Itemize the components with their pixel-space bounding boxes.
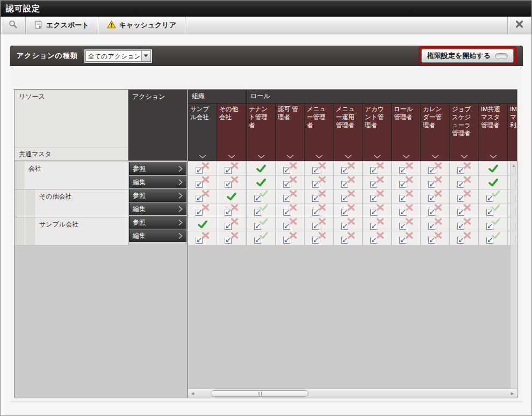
column-header[interactable]: メニュー管理者 — [305, 104, 333, 161]
content-panel: アクションの種類 全てのアクション 権限設定を開始する リソース アク — [10, 46, 523, 402]
permission-cell[interactable] — [450, 176, 479, 189]
permission-cell[interactable] — [276, 203, 305, 217]
start-permission-button[interactable]: 権限設定を開始する — [421, 49, 514, 63]
permission-cell[interactable] — [188, 217, 217, 231]
permission-cell[interactable] — [217, 189, 246, 203]
permission-cell[interactable] — [276, 217, 305, 231]
action-button-view[interactable]: 参照 — [129, 189, 186, 202]
permission-cell[interactable] — [392, 217, 421, 231]
permission-cell[interactable] — [392, 176, 421, 189]
permission-cell[interactable] — [217, 176, 246, 189]
vertical-scrollbar[interactable]: ▲ — [510, 162, 517, 389]
permission-cell[interactable] — [217, 217, 246, 231]
inherited-deny-icon — [428, 191, 442, 202]
action-button-edit[interactable]: 編集 — [129, 229, 186, 242]
permission-cell[interactable] — [421, 217, 450, 231]
permission-cell[interactable] — [305, 176, 334, 189]
permission-cell[interactable] — [305, 189, 334, 203]
permission-cell[interactable] — [334, 217, 363, 231]
column-header[interactable]: IM共通マスタ 管理者 — [479, 104, 507, 161]
permission-cell[interactable] — [363, 176, 392, 189]
permission-cell[interactable] — [334, 231, 363, 245]
cache-clear-button[interactable]: キャッシュクリア — [98, 17, 185, 34]
allow-icon — [492, 218, 500, 225]
permission-cell[interactable] — [247, 217, 276, 231]
horizontal-scrollbar-thumb[interactable] — [211, 390, 308, 397]
action-button-view[interactable]: 参照 — [129, 216, 186, 229]
permission-cell[interactable] — [450, 217, 479, 231]
permission-cell[interactable] — [363, 162, 392, 176]
scroll-right-icon[interactable]: ► — [510, 391, 515, 397]
permission-cell[interactable] — [305, 203, 334, 217]
permission-cell[interactable] — [334, 189, 363, 203]
permission-cell[interactable] — [421, 176, 450, 189]
permission-cell[interactable] — [276, 189, 305, 203]
permission-cell[interactable] — [450, 231, 479, 245]
action-button-view[interactable]: 参照 — [129, 162, 186, 175]
permission-cell[interactable] — [334, 176, 363, 189]
action-button-edit[interactable]: 編集 — [129, 202, 186, 215]
permission-cell[interactable] — [217, 231, 246, 245]
permission-cell[interactable] — [305, 217, 334, 231]
permission-cell[interactable] — [247, 203, 276, 217]
permission-cell[interactable] — [247, 176, 276, 189]
column-header[interactable]: ロール管理者 — [392, 104, 420, 161]
permission-cell[interactable] — [392, 162, 421, 176]
permission-cell[interactable] — [276, 176, 305, 189]
permission-cell[interactable] — [479, 217, 508, 231]
permission-cell[interactable] — [305, 231, 334, 245]
column-header[interactable]: テナント管理者 — [247, 104, 275, 161]
column-header[interactable]: IM共通マスタ 利用者 — [508, 104, 517, 161]
permission-cell[interactable] — [479, 162, 508, 176]
horizontal-scrollbar[interactable]: ◄ ► — [188, 389, 517, 398]
permission-cell[interactable] — [188, 162, 217, 176]
column-header[interactable]: ジョブスケジューラ管理者 — [450, 104, 478, 161]
permission-cell[interactable] — [479, 203, 508, 217]
permission-cell[interactable] — [479, 189, 508, 203]
permission-cell[interactable] — [363, 189, 392, 203]
permission-cell[interactable] — [392, 203, 421, 217]
permission-cell[interactable] — [450, 203, 479, 217]
permission-cell[interactable] — [217, 203, 246, 217]
permission-cell[interactable] — [421, 203, 450, 217]
permission-cell[interactable] — [450, 189, 479, 203]
column-header[interactable]: その他会社 — [217, 104, 246, 161]
permission-cell[interactable] — [363, 203, 392, 217]
scroll-left-icon[interactable]: ◄ — [190, 391, 195, 397]
export-button[interactable]: エクスポート — [26, 17, 98, 34]
permission-cell[interactable] — [276, 162, 305, 176]
permission-cell[interactable] — [188, 203, 217, 217]
column-header[interactable]: 認可 管理者 — [276, 104, 304, 161]
column-header[interactable]: カレンダー管理者 — [421, 104, 449, 161]
permission-cell[interactable] — [276, 231, 305, 245]
column-header[interactable]: サンプル会社 — [188, 104, 217, 161]
permission-cell[interactable] — [247, 162, 276, 176]
permission-cell[interactable] — [392, 231, 421, 245]
permission-cell[interactable] — [334, 203, 363, 217]
action-type-select[interactable]: 全てのアクション — [85, 50, 151, 62]
permission-cell[interactable] — [363, 217, 392, 231]
resource-group-row[interactable]: 共通マスタ — [15, 147, 128, 161]
scroll-up-icon[interactable]: ▲ — [512, 163, 516, 168]
column-header[interactable]: メニュー運用管理者 — [334, 104, 362, 161]
permission-cell[interactable] — [421, 231, 450, 245]
permission-cell[interactable] — [479, 176, 508, 189]
search-button[interactable] — [1, 17, 25, 34]
permission-cell[interactable] — [392, 189, 421, 203]
permission-cell[interactable] — [188, 189, 217, 203]
permission-cell[interactable] — [188, 231, 217, 245]
permission-cell[interactable] — [363, 231, 392, 245]
permission-cell[interactable] — [334, 162, 363, 176]
permission-cell[interactable] — [247, 189, 276, 203]
permission-cell[interactable] — [421, 189, 450, 203]
permission-cell[interactable] — [479, 231, 508, 245]
column-header[interactable]: アカウント管理者 — [363, 104, 391, 161]
permission-cell[interactable] — [217, 162, 246, 176]
permission-cell[interactable] — [247, 231, 276, 245]
permission-cell[interactable] — [450, 162, 479, 176]
permission-cell[interactable] — [421, 162, 450, 176]
action-button-edit[interactable]: 編集 — [129, 176, 186, 188]
close-button[interactable] — [508, 17, 531, 34]
permission-cell[interactable] — [188, 176, 217, 189]
permission-cell[interactable] — [305, 162, 334, 176]
